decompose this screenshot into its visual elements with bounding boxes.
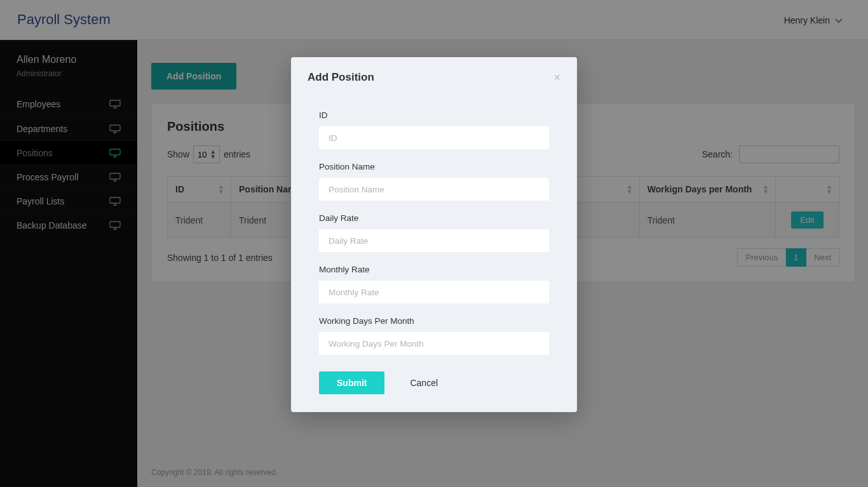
modal-header: Add Position × xyxy=(291,57,577,98)
label-id: ID xyxy=(319,110,549,120)
modal-title: Add Position xyxy=(308,71,374,84)
submit-button[interactable]: Submit xyxy=(319,371,384,394)
input-id[interactable] xyxy=(319,126,549,149)
label-position-name: Position Name xyxy=(319,162,549,171)
close-icon[interactable]: × xyxy=(553,72,560,83)
field-id: ID xyxy=(319,110,549,149)
field-daily-rate: Daily Rate xyxy=(319,213,549,252)
label-working-days: Working Days Per Month xyxy=(319,316,549,326)
field-working-days: Working Days Per Month xyxy=(319,316,549,355)
label-daily-rate: Daily Rate xyxy=(319,213,549,223)
input-position-name[interactable] xyxy=(319,178,549,201)
modal-body: ID Position Name Daily Rate Monthly Rate… xyxy=(291,98,577,412)
add-position-modal: Add Position × ID Position Name Daily Ra… xyxy=(291,57,577,412)
field-monthly-rate: Monthly Rate xyxy=(319,265,549,304)
input-daily-rate[interactable] xyxy=(319,229,549,252)
input-monthly-rate[interactable] xyxy=(319,281,549,304)
modal-actions: Submit Cancel xyxy=(319,371,549,394)
input-working-days[interactable] xyxy=(319,332,549,355)
field-position-name: Position Name xyxy=(319,162,549,201)
label-monthly-rate: Monthly Rate xyxy=(319,265,549,274)
cancel-button[interactable]: Cancel xyxy=(410,378,438,388)
